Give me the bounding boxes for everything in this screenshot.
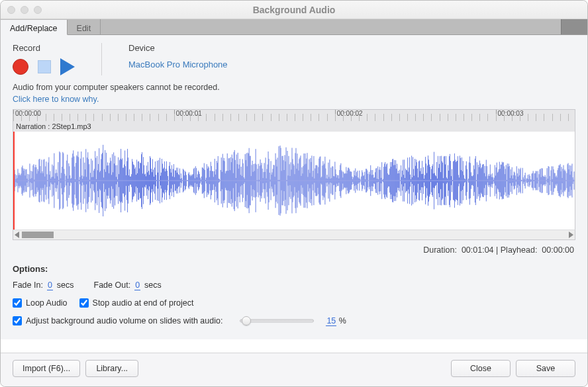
- options-header: Options:: [13, 264, 575, 274]
- slider-thumb[interactable]: [242, 316, 251, 325]
- fade-in-value[interactable]: 0: [47, 280, 53, 290]
- notice-link[interactable]: Click here to know why.: [13, 95, 99, 104]
- titlebar: Background Audio: [1, 1, 587, 19]
- notice-text: Audio from your computer speakers cannot…: [13, 83, 220, 92]
- stop-at-end-checkbox[interactable]: Stop audio at end of project: [79, 298, 194, 308]
- import-button[interactable]: Import (F6)...: [13, 360, 80, 377]
- library-button[interactable]: Library...: [85, 360, 138, 377]
- footer-bar: Import (F6)... Library... Close Save: [1, 353, 587, 386]
- record-section: Record: [13, 43, 75, 75]
- loop-audio-checkbox[interactable]: Loop Audio: [13, 298, 68, 308]
- volume-percent: %: [339, 316, 346, 325]
- scroll-left-icon[interactable]: [15, 232, 19, 238]
- content-area: Record Device MacBook Pro Microphone Aud…: [1, 35, 587, 339]
- stop-icon[interactable]: [38, 60, 51, 73]
- record-icon[interactable]: [13, 59, 28, 75]
- record-controls: [13, 57, 75, 75]
- loop-audio-label: Loop Audio: [26, 298, 68, 308]
- status-separator: |: [496, 245, 501, 255]
- clip-label-strip: Narration : 2Step1.mp3: [13, 121, 575, 132]
- duration-label: Duration:: [423, 245, 457, 255]
- tab-add-replace[interactable]: Add/Replace: [1, 20, 68, 35]
- close-button[interactable]: Close: [451, 360, 511, 377]
- fade-in-units: secs: [57, 280, 74, 290]
- device-label: Device: [128, 43, 228, 53]
- volume-value[interactable]: 15: [326, 316, 336, 326]
- time-ruler[interactable]: 00:00:0000:00:0100:00:0200:00:03: [13, 109, 575, 121]
- scroll-right-icon[interactable]: [569, 232, 573, 238]
- device-value-link[interactable]: MacBook Pro Microphone: [128, 57, 228, 69]
- status-readout: Duration: 00:01:04 | Playhead: 00:00:00: [13, 245, 574, 255]
- playhead-line[interactable]: [13, 132, 15, 230]
- fade-out-label: Fade Out:: [94, 280, 131, 290]
- clip-filename: Narration : 2Step1.mp3: [16, 122, 91, 130]
- duration-value: 00:01:04: [462, 245, 494, 255]
- device-section: Device MacBook Pro Microphone: [128, 43, 228, 75]
- record-label: Record: [13, 43, 75, 53]
- volume-slider[interactable]: [234, 316, 314, 326]
- timeline-scrollbar[interactable]: [13, 230, 575, 240]
- fade-out-units: secs: [144, 280, 162, 290]
- stop-at-end-input[interactable]: [79, 298, 89, 308]
- scroll-thumb[interactable]: [22, 232, 54, 238]
- adjust-volume-input[interactable]: [13, 316, 22, 325]
- fade-out-value[interactable]: 0: [134, 280, 140, 290]
- vertical-divider: [101, 43, 102, 75]
- minimize-window-icon[interactable]: [21, 6, 28, 14]
- adjust-volume-label: Adjust background audio volume on slides…: [26, 316, 222, 325]
- save-button[interactable]: Save: [516, 360, 575, 377]
- recording-notice: Audio from your computer speakers cannot…: [13, 82, 575, 105]
- fade-in-label: Fade In:: [13, 280, 43, 290]
- tab-edit[interactable]: Edit: [68, 19, 101, 34]
- tab-strip: Add/Replace Edit: [1, 19, 587, 35]
- close-window-icon[interactable]: [7, 6, 15, 14]
- waveform-svg: [13, 132, 575, 230]
- waveform-view[interactable]: [13, 132, 575, 230]
- fade-out-group: Fade Out: 0 secs: [94, 280, 162, 290]
- playhead-label: Playhead:: [501, 245, 538, 255]
- adjust-volume-checkbox[interactable]: Adjust background audio volume on slides…: [13, 316, 222, 325]
- tab-endcap: [561, 19, 587, 34]
- stop-at-end-label: Stop audio at end of project: [93, 298, 194, 308]
- window-controls: [7, 6, 42, 14]
- window-title: Background Audio: [7, 5, 581, 15]
- play-icon[interactable]: [60, 58, 75, 75]
- playhead-value: 00:00:00: [542, 245, 574, 255]
- fade-in-group: Fade In: 0 secs: [13, 280, 74, 290]
- loop-audio-input[interactable]: [13, 298, 22, 308]
- zoom-window-icon[interactable]: [34, 6, 42, 14]
